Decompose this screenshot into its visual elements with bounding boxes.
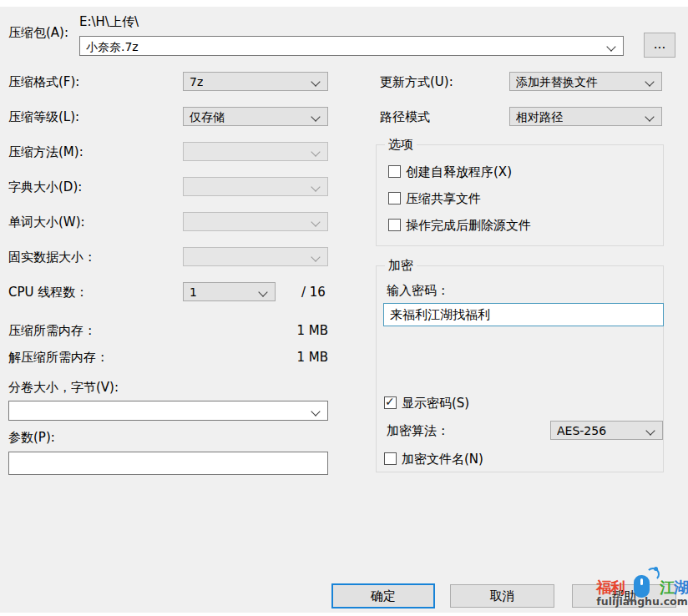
archive-name-value: 小奈奈.7z: [86, 40, 139, 55]
chevron-down-icon[interactable]: [311, 406, 320, 416]
cpu-threads-combobox[interactable]: 1: [183, 282, 276, 301]
encryption-method-combobox[interactable]: AES-256: [550, 421, 663, 440]
update-mode-combobox[interactable]: 添加并替换文件: [509, 72, 662, 91]
memory-decompress-value: 1 MB: [276, 350, 328, 365]
split-volume-combobox[interactable]: [8, 401, 328, 421]
shared-files-checkbox[interactable]: 压缩共享文件: [388, 191, 647, 206]
method-label: 压缩方法(M):: [8, 144, 83, 160]
chevron-down-icon[interactable]: [258, 287, 267, 296]
ok-button[interactable]: 确定: [331, 583, 435, 608]
show-password-checkbox[interactable]: 显示密码(S): [384, 396, 551, 411]
options-group: 选项 创建自释放程序(X) 压缩共享文件 操作完成后删除源文件: [376, 144, 664, 246]
options-group-title: 选项: [385, 137, 417, 153]
watermark-domain: fulijianghu.com: [596, 595, 688, 608]
split-volume-label: 分卷大小，字节(V):: [8, 380, 119, 396]
password-value: 来福利江湖找福利: [390, 307, 490, 323]
parameters-label: 参数(P):: [8, 430, 55, 446]
cancel-button-label: 取消: [490, 588, 515, 603]
archive-dir-path: E:\H\上传\: [79, 14, 139, 30]
create-sfx-checkbox[interactable]: 创建自释放程序(X): [388, 164, 647, 179]
memory-compress-value: 1 MB: [276, 323, 328, 338]
encrypt-filenames-label: 加密文件名(N): [402, 452, 483, 467]
browse-button-label: ...: [654, 37, 665, 52]
create-sfx-label: 创建自释放程序(X): [406, 164, 512, 180]
watermark-char-jiang: 江: [660, 578, 674, 596]
solid-block-size-combobox: [183, 247, 328, 266]
memory-decompress-label: 解压缩所需内存：: [8, 350, 109, 366]
encryption-group: 加密 输入密码： 来福利江湖找福利 显示密码(S) 加密算法： AES-256 …: [376, 265, 664, 472]
checkbox-icon[interactable]: [388, 192, 401, 204]
delete-after-label: 操作完成后删除源文件: [406, 218, 531, 234]
chevron-down-icon: [311, 147, 320, 156]
encrypt-filenames-checkbox[interactable]: 加密文件名(N): [384, 452, 551, 467]
update-mode-value: 添加并替换文件: [516, 75, 598, 90]
watermark-char-hu: 湖: [674, 578, 688, 596]
path-mode-value: 相对路径: [516, 110, 563, 125]
format-label: 压缩格式(F):: [8, 74, 79, 90]
level-label: 压缩等级(L):: [8, 109, 79, 125]
mouse-cord-icon: [646, 568, 660, 581]
chevron-down-icon[interactable]: [311, 112, 320, 121]
chevron-down-icon[interactable]: [311, 77, 320, 86]
format-value: 7z: [190, 75, 203, 88]
level-combobox[interactable]: 仅存储: [183, 107, 328, 126]
browse-button[interactable]: ...: [644, 33, 675, 58]
checkbox-icon[interactable]: [388, 165, 401, 178]
watermark-row: 福利 江湖: [596, 575, 688, 597]
chevron-down-icon: [311, 252, 320, 261]
cpu-threads-value: 1: [190, 285, 197, 299]
method-combobox: [183, 142, 328, 161]
checkbox-checked-icon[interactable]: [384, 396, 397, 409]
checkbox-icon[interactable]: [388, 219, 401, 231]
dictionary-size-label: 字典大小(D):: [8, 179, 82, 195]
archive-label: 压缩包(A):: [8, 25, 68, 41]
memory-compress-label: 压缩所需内存：: [8, 323, 96, 339]
delete-after-checkbox[interactable]: 操作完成后删除源文件: [388, 218, 647, 233]
show-password-label: 显示密码(S): [402, 396, 469, 412]
ok-button-label: 确定: [371, 588, 396, 603]
chevron-down-icon: [311, 217, 320, 226]
parameters-input[interactable]: [8, 452, 328, 475]
chevron-down-icon: [311, 182, 320, 191]
cpu-threads-max: / 16: [301, 285, 326, 300]
dictionary-size-combobox: [183, 177, 328, 196]
chevron-down-icon[interactable]: [645, 112, 654, 121]
encryption-method-value: AES-256: [557, 424, 606, 437]
word-size-label: 单词大小(W):: [8, 215, 85, 230]
archive-name-combobox[interactable]: 小奈奈.7z: [79, 36, 624, 56]
chevron-down-icon[interactable]: [645, 77, 654, 86]
enter-password-label: 输入密码：: [387, 283, 449, 299]
add-to-archive-dialog: 压缩包(A): E:\H\上传\ 小奈奈.7z ... 压缩格式(F): 7z …: [0, 7, 688, 613]
chevron-down-icon[interactable]: [645, 426, 655, 435]
update-mode-label: 更新方式(U):: [380, 74, 453, 90]
path-mode-combobox[interactable]: 相对路径: [509, 107, 662, 126]
word-size-combobox: [183, 212, 328, 231]
password-input[interactable]: 来福利江湖找福利: [383, 303, 664, 326]
solid-block-size-label: 固实数据大小：: [8, 250, 96, 265]
level-value: 仅存储: [190, 110, 225, 125]
encryption-method-label: 加密算法：: [387, 423, 449, 439]
cpu-threads-label: CPU 线程数：: [8, 285, 88, 300]
encryption-group-title: 加密: [385, 258, 417, 274]
checkbox-icon[interactable]: [384, 452, 397, 465]
cancel-button[interactable]: 取消: [450, 584, 554, 608]
chevron-down-icon[interactable]: [606, 42, 615, 51]
path-mode-label: 路径模式: [380, 109, 430, 125]
watermark-logo: 福利 江湖 fulijianghu.com: [596, 567, 688, 613]
format-combobox[interactable]: 7z: [183, 72, 328, 91]
shared-files-label: 压缩共享文件: [406, 191, 481, 207]
